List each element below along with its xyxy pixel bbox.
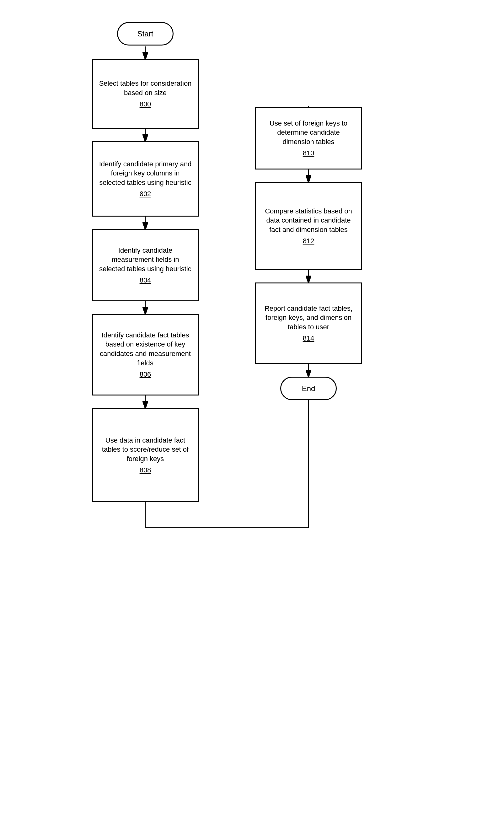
box-804-text: Identify candidate measurement fields in… <box>98 246 193 274</box>
box-800: Select tables for consideration based on… <box>92 59 199 129</box>
box-810-ref: 810 <box>303 148 314 158</box>
diagram-container: Start Select tables for consideration ba… <box>79 13 425 829</box>
end-label: End <box>302 384 316 393</box>
box-802-ref: 802 <box>140 189 151 199</box>
box-810: Use set of foreign keys to determine can… <box>255 107 362 169</box>
box-804-ref: 804 <box>140 275 151 285</box>
box-810-text: Use set of foreign keys to determine can… <box>261 119 356 147</box>
box-814-ref: 814 <box>303 334 314 343</box>
box-804: Identify candidate measurement fields in… <box>92 229 199 301</box>
box-808: Use data in candidate fact tables to sco… <box>92 408 199 502</box>
box-812: Compare statistics based on data contain… <box>255 182 362 270</box>
box-808-text: Use data in candidate fact tables to sco… <box>98 436 193 464</box>
box-808-ref: 808 <box>140 465 151 475</box>
box-802-text: Identify candidate primary and foreign k… <box>98 159 193 188</box>
box-802: Identify candidate primary and foreign k… <box>92 141 199 217</box>
box-800-text: Select tables for consideration based on… <box>98 79 193 97</box>
start-pill: Start <box>117 22 174 46</box>
box-806: Identify candidate fact tables based on … <box>92 314 199 395</box>
box-812-ref: 812 <box>303 236 314 246</box>
box-806-ref: 806 <box>140 370 151 379</box>
end-pill: End <box>280 377 337 400</box>
box-814: Report candidate fact tables, foreign ke… <box>255 283 362 364</box>
box-806-text: Identify candidate fact tables based on … <box>98 331 193 368</box>
box-814-text: Report candidate fact tables, foreign ke… <box>261 304 356 332</box>
box-812-text: Compare statistics based on data contain… <box>261 207 356 234</box>
start-label: Start <box>138 30 154 38</box>
box-800-ref: 800 <box>140 100 151 109</box>
